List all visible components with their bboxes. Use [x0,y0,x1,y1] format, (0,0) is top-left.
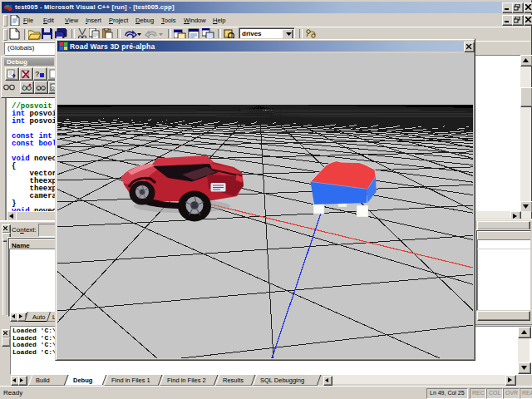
svg-text:?: ? [35,70,40,78]
